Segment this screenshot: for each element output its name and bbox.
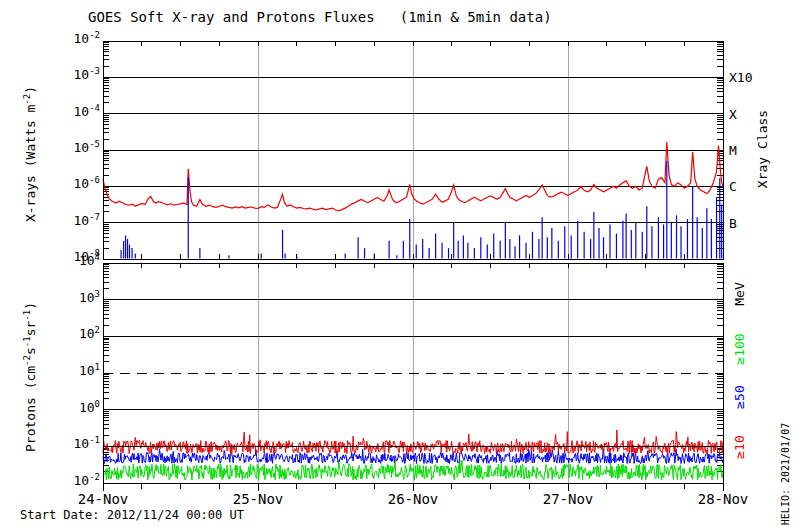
protons-axis-label-sup1: -2: [22, 355, 32, 366]
proton-ytick-10e2: 102: [54, 327, 100, 340]
proton-ytick-10e-1: 10-1: [54, 437, 100, 450]
proton-threshold-label-text: ≥10: [733, 435, 746, 458]
helio-stamp-text: HELIO: 2021/01/07: [781, 423, 791, 525]
goes-flux-plot-page: GOES Soft X-ray and Protons Fluxes (1min…: [0, 0, 800, 530]
xray-ytick-10e-6: 10-6: [54, 177, 100, 190]
proton-ytick-10e4: 104: [54, 254, 100, 267]
xray-ytick-10e-7: 10-7: [54, 214, 100, 227]
xray-ytick-10e-3: 10-3: [54, 68, 100, 81]
proton-ytick-10e-2: 10-2: [54, 474, 100, 487]
xtick-label-27-Nov: 27-Nov: [520, 492, 616, 506]
xray-ytick-10e-5: 10-5: [54, 141, 100, 154]
protons-axis-label-sr: sr: [23, 321, 38, 337]
xray-axis-label-close: ): [23, 86, 38, 94]
proton-ytick-10e1: 101: [54, 364, 100, 377]
protons-axis-label-s: s: [23, 347, 38, 355]
xray-class-label-X: X: [729, 108, 737, 121]
xray-class-label-B: B: [729, 217, 737, 230]
xray-ytick-10e-2: 10-2: [54, 32, 100, 45]
proton-ytick-10e0: 100: [54, 401, 100, 414]
plot-canvas: [0, 0, 800, 530]
xtick-label-25-Nov: 25-Nov: [210, 492, 306, 506]
xray-class-label-X10: X10: [729, 71, 752, 84]
xray-ytick-10e-4: 10-4: [54, 105, 100, 118]
xtick-label-28-Nov: 28-Nov: [675, 492, 771, 506]
xray-class-label-M: M: [729, 144, 737, 157]
protons-axis-label-sup3: -1: [22, 310, 32, 321]
xtick-label-24-Nov: 24-Nov: [55, 492, 151, 506]
proton-threshold-label-text: ≥50: [733, 385, 746, 408]
xray-class-label-C: C: [729, 180, 737, 193]
start-date-label: Start Date: 2012/11/24 00:00 UT: [20, 509, 244, 521]
xray-axis-label-text: X-rays (Watts m: [23, 105, 38, 222]
xtick-label-26-Nov: 26-Nov: [365, 492, 461, 506]
protons-axis-label-close: ): [23, 302, 38, 310]
xray-axis-label-sup: -2: [22, 94, 32, 105]
protons-axis-label-sup2: -1: [22, 336, 32, 347]
proton-threshold-label-text: ≥100: [733, 333, 746, 364]
proton-ytick-10e3: 103: [54, 291, 100, 304]
xray-class-caption-text: Xray Class: [756, 110, 769, 188]
protons-axis-label-text: Protons (cm: [23, 366, 38, 452]
mev-caption-text: MeV: [733, 282, 746, 305]
